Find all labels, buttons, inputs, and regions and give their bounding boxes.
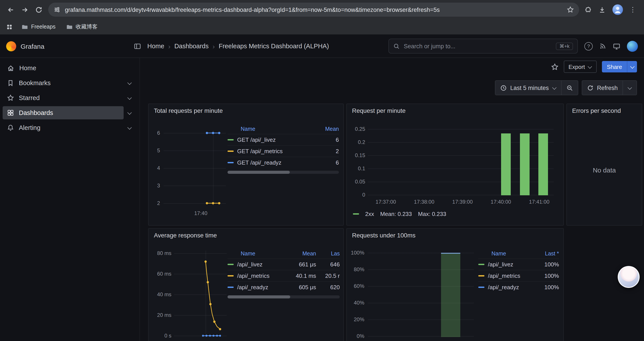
legend-row[interactable]: /api/_readyz 605 μs 620 (228, 281, 340, 293)
x-tick: 17:39:00 (447, 199, 478, 205)
bookmark-icon (7, 80, 14, 87)
sidebar-item-label: Alerting (19, 124, 40, 131)
browser-menu-icon[interactable]: ⋮ (630, 6, 636, 14)
series-name[interactable]: GET /api/_readyz (237, 159, 332, 166)
grafana-logo[interactable] (6, 41, 16, 51)
panel-title[interactable]: Total requests per minute (154, 107, 223, 114)
legend-scrollbar[interactable] (228, 295, 340, 298)
bookmark-star-icon[interactable] (567, 6, 574, 13)
x-tick: 17:38:00 (409, 199, 440, 205)
series-name[interactable]: /api/_livez (488, 261, 532, 268)
series-name[interactable]: /api/_readyz (488, 284, 532, 290)
back-button[interactable] (4, 3, 18, 17)
forward-button[interactable] (18, 3, 32, 17)
legend-table: Name Mean Las /api/_livez 661 μs 646 (228, 249, 340, 298)
legend-scrollbar[interactable] (228, 171, 339, 174)
panel-title[interactable]: Requests under 100ms (352, 232, 416, 239)
legend-col[interactable]: Las (320, 251, 340, 257)
legend-col[interactable]: Name (228, 251, 284, 257)
chevron-down-icon[interactable] (124, 96, 135, 100)
share-label[interactable]: Share (602, 61, 627, 72)
panel-title[interactable]: Errors per second (572, 107, 621, 114)
series-swatch (228, 162, 234, 163)
rss-icon[interactable] (599, 43, 606, 50)
y-tick: 4 (157, 165, 160, 171)
legend-table: Name Mean GET /api/_livez 6 GET /api/_me… (228, 124, 339, 174)
profile-avatar[interactable] (612, 5, 623, 15)
series-name[interactable]: GET /api/_livez (237, 137, 332, 143)
refresh-button[interactable]: Refresh (582, 80, 623, 95)
export-button[interactable]: Export (564, 61, 597, 73)
sidebar-item-dashboards[interactable]: Dashboards (0, 105, 140, 120)
zoom-out-button[interactable] (561, 80, 578, 95)
series-name[interactable]: /api/_metrics (488, 272, 532, 279)
url-text[interactable]: grafana.mathmast.com/d/deytv4rwavabkb/fr… (65, 6, 562, 13)
series-name[interactable]: GET /api/_metrics (237, 148, 332, 154)
bookmark-item[interactable]: Freeleaps (18, 22, 59, 31)
legend-row[interactable]: /api/_livez 661 μs 646 (228, 258, 340, 270)
legend-row[interactable]: /api/_livez 100% (478, 258, 559, 270)
sidebar-item-alerting[interactable]: Alerting (0, 120, 140, 135)
breadcrumb-item[interactable]: Freeleaps Metrics Dashboard (ALPHA) (219, 43, 329, 50)
chevron-down-icon[interactable] (124, 126, 135, 130)
chevron-down-icon[interactable] (124, 111, 135, 115)
sidebar-item-starred[interactable]: Starred (0, 90, 140, 105)
share-button[interactable]: Share (602, 61, 637, 72)
legend-row[interactable]: /api/_readyz 100% (478, 281, 559, 293)
share-menu-caret[interactable] (627, 61, 637, 72)
bar-under-100ms (441, 253, 460, 337)
chevron-down-icon (552, 86, 556, 90)
y-tick: 20% (354, 316, 364, 322)
series-name[interactable]: /api/_readyz (237, 284, 284, 290)
apps-grid-icon[interactable] (4, 24, 14, 30)
download-icon[interactable] (598, 6, 606, 14)
time-range-button[interactable]: Last 5 minutes (495, 80, 562, 95)
series-name[interactable]: /api/_metrics (237, 272, 284, 279)
org-avatar[interactable] (627, 41, 638, 52)
legend-row[interactable]: GET /api/_livez 6 (228, 134, 339, 145)
legend-row[interactable]: GET /api/_readyz 6 (228, 157, 339, 168)
series-max: Max: 0.233 (418, 211, 446, 217)
breadcrumb-item[interactable]: Dashboards (174, 43, 208, 50)
legend-row[interactable]: GET /api/_metrics 2 (228, 145, 339, 157)
site-info-icon[interactable] (54, 6, 60, 13)
scrollbar-thumb[interactable] (228, 171, 290, 174)
panel-total-requests: Total requests per minute 65432 17:40 Na… (148, 104, 344, 226)
panel-title[interactable]: Request per minute (352, 107, 406, 114)
chevron-down-icon[interactable] (124, 81, 135, 85)
monitor-icon[interactable] (613, 42, 620, 50)
keyboard-shortcut-badge: ⌘+k (556, 42, 573, 50)
bar-2xx (538, 133, 548, 195)
favorite-star-icon[interactable] (551, 63, 558, 71)
legend-col[interactable]: Name (228, 126, 322, 132)
refresh-interval-caret[interactable] (623, 80, 637, 95)
legend-col[interactable]: Last * (535, 251, 559, 257)
bookmark-item[interactable]: 收藏博客 (62, 22, 101, 32)
sidebar-item-bookmarks[interactable]: Bookmarks (0, 76, 140, 90)
y-tick: 2 (157, 200, 160, 206)
search-input[interactable]: Search or jump to... ⌘+k (388, 39, 578, 54)
extensions-icon[interactable] (584, 6, 592, 14)
legend-row[interactable]: /api/_metrics 100% (478, 270, 559, 281)
series-name[interactable]: 2xx (365, 211, 374, 217)
time-range-label: Last 5 minutes (510, 85, 549, 91)
dock-menu-icon[interactable] (134, 42, 141, 50)
x-axis: 17:37:0017:38:0017:39:0017:40:0017:41:00 (370, 199, 554, 205)
sidebar-item-label: Home (19, 65, 36, 72)
series-name[interactable]: /api/_livez (237, 261, 284, 268)
help-icon[interactable]: ? (584, 42, 593, 50)
panel-title[interactable]: Average response time (154, 232, 217, 239)
legend-row[interactable]: /api/_metrics 40.1 ms 20.5 r (228, 270, 340, 281)
legend-col[interactable]: Mean (325, 126, 339, 132)
bar-2xx (501, 133, 511, 195)
breadcrumb-item[interactable]: Home (147, 43, 164, 50)
scrollbar-thumb[interactable] (228, 295, 290, 298)
sidebar-item-home[interactable]: Home (0, 61, 140, 76)
search-placeholder: Search or jump to... (404, 43, 552, 49)
legend-col[interactable]: Mean (287, 251, 316, 257)
reload-button[interactable] (32, 3, 46, 17)
assistant-avatar[interactable] (618, 266, 640, 288)
url-bar[interactable]: grafana.mathmast.com/d/deytv4rwavabkb/fr… (48, 3, 579, 17)
legend-col[interactable]: Name (478, 251, 532, 257)
series-mean: 661 μs (287, 261, 316, 268)
